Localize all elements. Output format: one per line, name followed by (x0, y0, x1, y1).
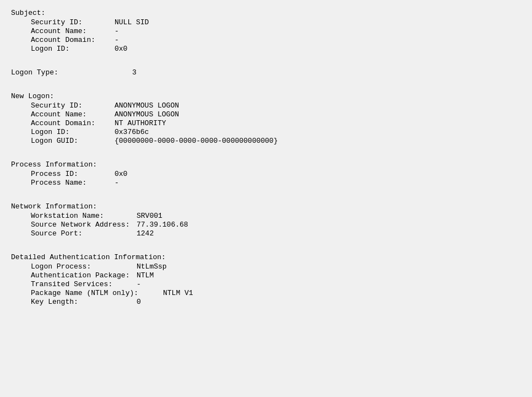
new-logon-logon-id-label: Logon ID: (31, 128, 115, 136)
new-logon-account-name: Account Name: ANONYMOUS LOGON (11, 110, 521, 119)
authentication-package: Authentication Package: NTLM (11, 271, 521, 280)
detailed-auth-header: Detailed Authentication Information: (11, 253, 521, 261)
new-logon-account-name-value: ANONYMOUS LOGON (115, 110, 179, 119)
new-logon-logon-guid-label: Logon GUID: (31, 137, 115, 145)
logon-process-label: Logon Process: (31, 262, 137, 271)
package-name-label: Package Name (NTLM only): (31, 289, 163, 297)
new-logon-account-name-label: Account Name: (31, 110, 115, 119)
process-name-label: Process Name: (31, 179, 115, 187)
authentication-package-label: Authentication Package: (31, 271, 137, 280)
new-logon-account-domain-value: NT AUTHORITY (115, 119, 166, 127)
new-logon-security-id-value: ANONYMOUS LOGON (115, 101, 179, 110)
process-id-value: 0x0 (115, 170, 127, 178)
subject-section: Subject: Security ID: NULL SID Account N… (11, 9, 521, 53)
new-logon-section: New Logon: Security ID: ANONYMOUS LOGON … (11, 92, 521, 145)
workstation-name-label: Workstation Name: (31, 212, 137, 220)
new-logon-header: New Logon: (11, 92, 521, 100)
logon-type-value: 3 (132, 68, 137, 77)
new-logon-security-id: Security ID: ANONYMOUS LOGON (11, 101, 521, 110)
process-name-value: - (115, 179, 119, 187)
workstation-name-value: SRV001 (137, 212, 162, 220)
subject-account-domain-value: - (115, 36, 119, 44)
new-logon-logon-id: Logon ID: 0x376b6c (11, 128, 521, 136)
subject-logon-id: Logon ID: 0x0 (11, 45, 521, 53)
source-port-value: 1242 (137, 229, 154, 238)
key-length-value: 0 (137, 298, 141, 306)
source-network-address-value: 77.39.106.68 (137, 221, 188, 229)
logon-process: Logon Process: NtLmSsp (11, 262, 521, 271)
key-length: Key Length: 0 (11, 298, 521, 306)
package-name-value: NTLM V1 (163, 289, 193, 297)
subject-account-name-value: - (115, 27, 119, 35)
new-logon-account-domain-label: Account Domain: (31, 119, 115, 127)
logon-type-section: Logon Type: 3 (11, 68, 521, 77)
transited-services-value: - (137, 280, 141, 288)
subject-header: Subject: (11, 9, 521, 17)
source-network-address: Source Network Address: 77.39.106.68 (11, 221, 521, 229)
new-logon-account-domain: Account Domain: NT AUTHORITY (11, 119, 521, 127)
process-id: Process ID: 0x0 (11, 170, 521, 178)
subject-account-name-label: Account Name: (31, 27, 115, 35)
subject-account-name: Account Name: - (11, 27, 521, 35)
network-information-header: Network Information: (11, 202, 521, 211)
package-name: Package Name (NTLM only): NTLM V1 (11, 289, 521, 297)
network-information-section: Network Information: Workstation Name: S… (11, 202, 521, 238)
new-logon-security-id-label: Security ID: (31, 101, 115, 110)
transited-services: Transited Services: - (11, 280, 521, 288)
process-id-label: Process ID: (31, 170, 115, 178)
subject-logon-id-label: Logon ID: (31, 45, 115, 53)
process-name: Process Name: - (11, 179, 521, 187)
subject-security-id-value: NULL SID (115, 18, 149, 26)
logon-process-value: NtLmSsp (137, 262, 167, 271)
subject-security-id-label: Security ID: (31, 18, 115, 26)
workstation-name: Workstation Name: SRV001 (11, 212, 521, 220)
detailed-auth-section: Detailed Authentication Information: Log… (11, 253, 521, 306)
transited-services-label: Transited Services: (31, 280, 137, 288)
source-port-label: Source Port: (31, 229, 137, 238)
new-logon-logon-guid: Logon GUID: {00000000-0000-0000-0000-000… (11, 137, 521, 145)
new-logon-logon-id-value: 0x376b6c (115, 128, 149, 136)
log-content: Subject: Security ID: NULL SID Account N… (0, 0, 532, 323)
subject-account-domain: Account Domain: - (11, 36, 521, 44)
source-port: Source Port: 1242 (11, 229, 521, 238)
key-length-label: Key Length: (31, 298, 137, 306)
source-network-address-label: Source Network Address: (31, 221, 137, 229)
new-logon-logon-guid-value: {00000000-0000-0000-0000-000000000000} (115, 137, 278, 145)
logon-type-row: Logon Type: 3 (11, 68, 521, 77)
process-information-header: Process Information: (11, 160, 521, 169)
process-information-section: Process Information: Process ID: 0x0 Pro… (11, 160, 521, 187)
logon-type-label: Logon Type: (11, 68, 132, 77)
subject-security-id: Security ID: NULL SID (11, 18, 521, 26)
authentication-package-value: NTLM (137, 271, 154, 280)
subject-logon-id-value: 0x0 (115, 45, 127, 53)
subject-account-domain-label: Account Domain: (31, 36, 115, 44)
